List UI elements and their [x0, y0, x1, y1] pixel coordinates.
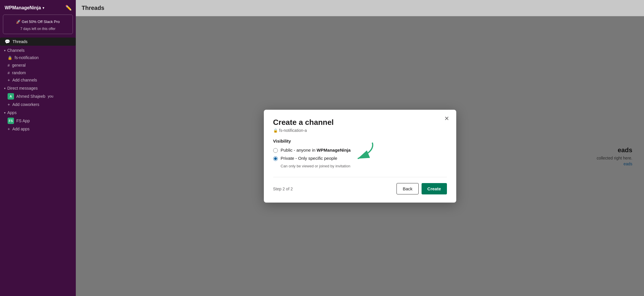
edit-icon[interactable]: ✏️: [65, 5, 72, 11]
sidebar: WPManageNinja ▾ ✏️ 🚀 Get 50% Off Slack P…: [0, 0, 76, 296]
private-radio-label: Private - Only specific people: [281, 156, 337, 161]
fs-app-icon: FS: [8, 118, 14, 124]
private-option-row: Private - Only specific people: [273, 156, 447, 161]
workspace-name-bold: WPManageNinja: [317, 148, 351, 153]
channels-header-label: Channels: [7, 48, 24, 53]
public-option-text: Public - anyone in: [281, 148, 317, 153]
private-radio-sub: Can only be viewed or joined by invitati…: [281, 164, 447, 168]
plus-icon: +: [8, 102, 10, 107]
arrow-icon: ▾: [4, 49, 6, 52]
sidebar-item-fs-notification[interactable]: 🔒 fs-notification: [0, 54, 76, 61]
hash-icon: #: [8, 71, 10, 75]
direct-messages-section-header[interactable]: ▾ Direct messages: [0, 84, 76, 92]
promo-box: 🚀 Get 50% Off Slack Pro 7 days left on t…: [3, 15, 73, 34]
fs-app-label: FS App: [16, 118, 30, 123]
plus-icon: +: [8, 78, 10, 82]
footer-buttons: Back Create: [396, 183, 447, 194]
modal-subtitle: 🔒 fs-notification-a: [273, 128, 447, 133]
promo-button-label: 🚀 Get 50% Off Slack Pro: [16, 20, 60, 24]
main-area: Threads eads collected right here. eads …: [76, 0, 644, 296]
lock-icon: 🔒: [273, 128, 278, 133]
workspace-name[interactable]: WPManageNinja ▾: [5, 5, 44, 10]
private-radio[interactable]: [273, 156, 278, 161]
promo-sub-label: 7 days left on this offer: [7, 27, 69, 31]
back-button[interactable]: Back: [396, 183, 418, 194]
promo-button[interactable]: 🚀 Get 50% Off Slack Pro: [7, 18, 69, 26]
apps-header-label: Apps: [7, 110, 17, 115]
add-channels-item[interactable]: + Add channels: [0, 77, 76, 84]
add-apps-label: Add apps: [12, 127, 29, 131]
visibility-label: Visibility: [273, 139, 447, 143]
arrow-icon: ▾: [4, 111, 6, 114]
create-button[interactable]: Create: [422, 183, 447, 194]
modal-overlay: ✕ Create a channel 🔒 fs-notification-a V…: [76, 16, 644, 296]
modal-subtitle-channel: fs-notification-a: [279, 128, 307, 133]
sidebar-item-general[interactable]: # general: [0, 61, 76, 69]
page-title: Threads: [82, 5, 104, 11]
hash-icon: #: [8, 63, 10, 68]
public-option[interactable]: Public - anyone in WPManageNinja: [273, 148, 447, 153]
apps-section-header[interactable]: ▾ Apps: [0, 108, 76, 116]
add-coworkers-item[interactable]: + Add coworkers: [0, 101, 76, 108]
user-name-label: Ahmed Shajeeb: [16, 94, 45, 99]
sidebar-item-fs-app[interactable]: FS FS App: [0, 116, 76, 125]
step-text: Step 2 of 2: [273, 187, 293, 191]
add-apps-item[interactable]: + Add apps: [0, 125, 76, 132]
channel-name: random: [12, 70, 26, 75]
add-channels-label: Add channels: [12, 78, 37, 82]
private-option[interactable]: Private - Only specific people: [273, 156, 447, 161]
main-content: eads collected right here. eads ✕ Create…: [76, 16, 644, 296]
lock-icon: 🔒: [8, 56, 12, 60]
plus-icon: +: [8, 127, 10, 131]
main-header: Threads: [76, 0, 644, 16]
chevron-down-icon: ▾: [43, 6, 44, 10]
add-coworkers-label: Add coworkers: [12, 102, 39, 107]
close-button[interactable]: ✕: [444, 116, 449, 121]
channel-name: general: [12, 63, 26, 68]
you-badge: you: [48, 94, 53, 98]
create-channel-modal: ✕ Create a channel 🔒 fs-notification-a V…: [264, 110, 456, 203]
sidebar-header: WPManageNinja ▾ ✏️: [0, 0, 76, 15]
threads-icon: 💬: [5, 39, 10, 44]
sidebar-item-random[interactable]: # random: [0, 69, 76, 77]
public-radio-label: Public - anyone in WPManageNinja: [281, 148, 351, 153]
direct-messages-header-label: Direct messages: [7, 86, 38, 91]
arrow-icon: ▾: [4, 87, 6, 90]
modal-title: Create a channel: [273, 118, 447, 127]
sidebar-nav: 💬 Threads ▾ Channels 🔒 fs-notification #…: [0, 36, 76, 296]
channels-section-header[interactable]: ▾ Channels: [0, 46, 76, 54]
public-radio[interactable]: [273, 148, 278, 153]
avatar: A: [8, 93, 14, 100]
modal-footer: Step 2 of 2 Back Create: [273, 177, 447, 194]
sidebar-item-ahmed[interactable]: A Ahmed Shajeeb you: [0, 92, 76, 101]
channel-name: fs-notification: [15, 55, 38, 60]
private-option-text: Private - Only specific people: [281, 156, 337, 161]
sidebar-item-threads[interactable]: 💬 Threads: [0, 38, 76, 46]
workspace-name-label: WPManageNinja: [5, 5, 41, 10]
threads-label: Threads: [13, 39, 27, 44]
